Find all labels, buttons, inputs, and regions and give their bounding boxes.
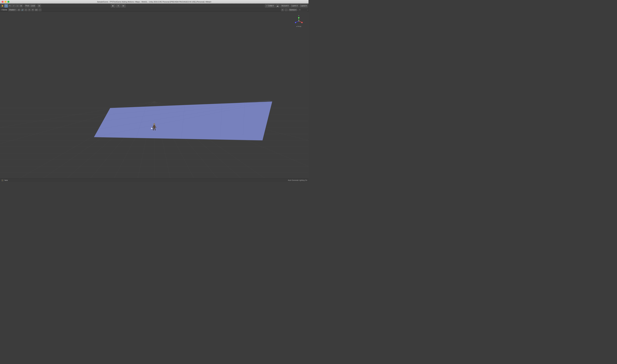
svg-point-46 xyxy=(151,128,152,129)
axis-y-label: Y xyxy=(298,15,299,16)
layers-label: Layers ▾ xyxy=(292,5,298,7)
local-button[interactable]: Local xyxy=(30,4,36,8)
2d-button[interactable]: 2D xyxy=(17,8,21,11)
audio-button[interactable]: 🔊 xyxy=(21,8,24,11)
rect-tool[interactable]: ▭ xyxy=(15,4,19,8)
title-bar: SampleScene - FPSTestGame Adding Motions… xyxy=(0,0,308,4)
pause-button[interactable]: ⏸ xyxy=(116,4,121,8)
move-tool[interactable]: ✛ xyxy=(4,4,8,8)
view-mode-dropdown[interactable]: Shaded ▾ xyxy=(8,8,17,11)
gizmos-label: Gizmos ▾ xyxy=(289,9,296,11)
collab-check-icon: ✓ xyxy=(266,5,267,7)
axis-visual: x y z xyxy=(295,17,303,25)
layout-button[interactable]: Layout ▾ xyxy=(299,4,308,8)
warning-icon: ! xyxy=(1,179,4,182)
status-bar: ! here Auto Generate Lighting On xyxy=(0,178,308,182)
playback-controls: ▶ ⏸ ⏭ xyxy=(111,4,126,8)
right-scene-tools: ✕ 🎥 Gizmos ▾ xyxy=(281,8,308,11)
cloud-button[interactable]: ☁ xyxy=(275,4,280,8)
status-right: Auto Generate Lighting On xyxy=(288,179,307,181)
svg-rect-40 xyxy=(153,125,155,128)
window-title: SampleScene - FPSTestGame Adding Motions… xyxy=(97,1,212,3)
svg-line-42 xyxy=(153,128,154,130)
collab-button[interactable]: ✓ Collab ▾ xyxy=(265,4,275,8)
effects-button[interactable]: ✦ xyxy=(28,8,31,11)
scale-tool[interactable]: ⤢ xyxy=(12,4,15,8)
grid-button[interactable]: ⋯ xyxy=(39,8,41,11)
hidden-button[interactable]: 👁 xyxy=(31,8,34,11)
maximize-button[interactable] xyxy=(7,1,9,3)
minimize-button[interactable] xyxy=(4,1,6,3)
scene-viewport[interactable]: Y x y z ◂ Persp xyxy=(0,12,308,178)
scene-toolbar: Shaded ▾ 2D 🔊 ⊙ ✦ 👁 ⊞0 ⋯ xyxy=(8,8,41,11)
hand-tool[interactable]: ✋ xyxy=(1,4,4,8)
svg-text:z: z xyxy=(295,22,296,23)
camera-button[interactable]: 🎥 xyxy=(285,8,288,11)
play-button[interactable]: ▶ xyxy=(111,4,115,8)
scene-canvas xyxy=(0,12,308,178)
scene-header: ≡ Scene Shaded ▾ 2D 🔊 ⊙ ✦ 👁 ⊞0 ⋯ ✕ 🎥 Giz… xyxy=(0,8,308,12)
multi-tool[interactable]: ⊞ xyxy=(19,4,23,8)
axis-gizmo[interactable]: Y x y z ◂ Persp xyxy=(294,15,304,28)
search-input[interactable] xyxy=(298,8,308,11)
persp-label: ◂ Persp xyxy=(296,26,301,27)
close-button[interactable] xyxy=(2,1,4,3)
svg-line-43 xyxy=(155,128,155,130)
svg-text:y: y xyxy=(298,17,299,18)
layers-button[interactable]: Layers ▾ xyxy=(290,4,299,8)
window-controls[interactable] xyxy=(2,1,9,3)
maximize-scene-button[interactable]: ✕ xyxy=(281,8,284,11)
status-message: here xyxy=(4,179,8,181)
svg-point-41 xyxy=(153,123,155,125)
main-toolbar: ✋ ✛ ↻ ⤢ ▭ ⊞ Pivot Local ⊞ ▶ ⏸ ⏭ ✓ Collab… xyxy=(0,4,308,8)
view-mode-label: Shaded xyxy=(9,9,14,11)
render-button[interactable]: ⊙ xyxy=(25,8,27,11)
scene-label: ≡ Scene xyxy=(1,9,7,11)
snap-button[interactable]: ⊞ xyxy=(38,4,41,8)
cloud-icon: ☁ xyxy=(277,5,279,7)
pivot-button[interactable]: Pivot xyxy=(25,4,30,8)
layout-label: Layout ▾ xyxy=(301,5,307,7)
collab-label: Collab ▾ xyxy=(268,5,274,7)
separator-1 xyxy=(24,4,24,7)
tool-group-left: ✋ ✛ ↻ ⤢ ▭ ⊞ xyxy=(1,4,23,8)
rotate-tool[interactable]: ↻ xyxy=(8,4,12,8)
svg-text:x: x xyxy=(301,22,302,23)
gizmos-dropdown[interactable]: Gizmos ▾ xyxy=(288,8,297,11)
account-button[interactable]: Account ▾ xyxy=(280,4,290,8)
right-toolbar: ✓ Collab ▾ ☁ Account ▾ Layers ▾ Layout ▾ xyxy=(265,4,308,8)
status-left: ! here xyxy=(1,179,8,182)
account-label: Account ▾ xyxy=(282,5,289,7)
step-button[interactable]: ⏭ xyxy=(121,4,126,8)
view-mode-arrow: ▾ xyxy=(15,9,16,11)
layers-count-button[interactable]: ⊞0 xyxy=(35,8,38,11)
